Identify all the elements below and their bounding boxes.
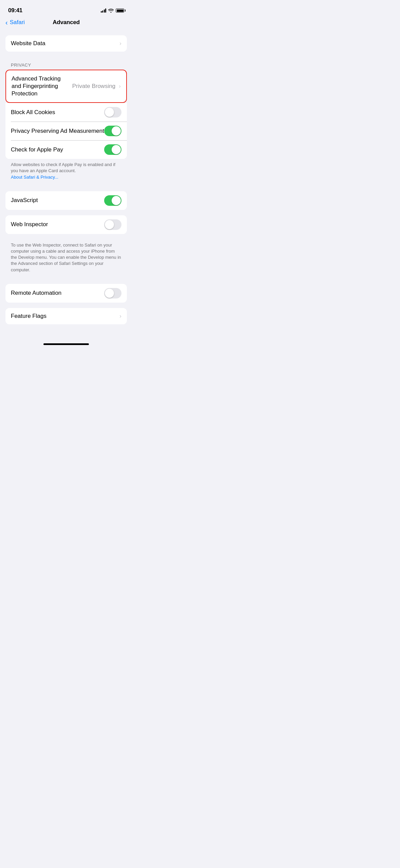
javascript-toggle[interactable] bbox=[104, 195, 121, 206]
tracking-protection-label: Advanced Tracking and Fingerprinting Pro… bbox=[12, 75, 70, 97]
back-chevron-icon: ‹ bbox=[5, 19, 8, 26]
wifi-icon bbox=[108, 8, 114, 13]
ad-measurement-item[interactable]: Privacy Preserving Ad Measurement bbox=[5, 122, 127, 140]
website-data-label: Website Data bbox=[11, 40, 119, 47]
web-inspector-item[interactable]: Web Inspector bbox=[5, 215, 127, 234]
status-icons bbox=[101, 8, 125, 13]
block-cookies-item[interactable]: Block All Cookies bbox=[5, 103, 127, 122]
apple-pay-label: Check for Apple Pay bbox=[11, 146, 104, 153]
home-bar bbox=[43, 343, 89, 345]
home-indicator bbox=[0, 341, 132, 346]
feature-flags-group: Feature Flags › bbox=[5, 308, 127, 324]
toggle-thumb bbox=[105, 289, 114, 298]
block-cookies-toggle[interactable] bbox=[104, 107, 121, 117]
back-label: Safari bbox=[10, 19, 25, 26]
tracking-chevron-icon: › bbox=[119, 83, 121, 90]
block-cookies-label: Block All Cookies bbox=[11, 109, 104, 116]
website-data-group: Website Data › bbox=[5, 35, 127, 52]
toggle-thumb bbox=[105, 108, 114, 117]
ad-measurement-label: Privacy Preserving Ad Measurement bbox=[11, 127, 104, 135]
tracking-protection-item[interactable]: Advanced Tracking and Fingerprinting Pro… bbox=[5, 70, 127, 103]
safari-privacy-link[interactable]: About Safari & Privacy... bbox=[11, 175, 58, 180]
status-time: 09:41 bbox=[8, 7, 22, 14]
privacy-group-wrapper: Advanced Tracking and Fingerprinting Pro… bbox=[5, 70, 127, 159]
apple-pay-toggle[interactable] bbox=[104, 144, 121, 155]
toggle-thumb bbox=[112, 196, 121, 205]
apple-pay-item[interactable]: Check for Apple Pay bbox=[5, 140, 127, 159]
chevron-right-icon: › bbox=[119, 40, 121, 47]
apple-pay-footer: Allow websites to check if Apple Pay is … bbox=[0, 159, 132, 186]
settings-content: Website Data › PRIVACY Advanced Tracking… bbox=[0, 35, 132, 341]
privacy-section-label: PRIVACY bbox=[0, 57, 132, 70]
web-inspector-group: Web Inspector bbox=[5, 215, 127, 234]
javascript-group: JavaScript bbox=[5, 191, 127, 210]
toggle-thumb bbox=[112, 126, 121, 135]
remote-automation-label: Remote Automation bbox=[11, 289, 104, 297]
page-title: Advanced bbox=[53, 19, 80, 26]
status-bar: 09:41 bbox=[0, 0, 132, 16]
back-button[interactable]: ‹ Safari bbox=[5, 19, 25, 26]
web-inspector-label: Web Inspector bbox=[11, 221, 104, 228]
feature-flags-item[interactable]: Feature Flags › bbox=[5, 308, 127, 324]
remote-automation-group: Remote Automation bbox=[5, 284, 127, 303]
tracking-protection-value: Private Browsing bbox=[72, 83, 116, 90]
feature-flags-chevron-icon: › bbox=[119, 313, 121, 320]
remote-automation-item[interactable]: Remote Automation bbox=[5, 284, 127, 303]
nav-bar: ‹ Safari Advanced bbox=[0, 16, 132, 30]
feature-flags-label: Feature Flags bbox=[11, 312, 119, 320]
web-inspector-footer: To use the Web Inspector, connect to Saf… bbox=[0, 239, 132, 278]
signal-icon bbox=[101, 8, 107, 13]
toggle-thumb bbox=[112, 145, 121, 154]
javascript-label: JavaScript bbox=[11, 197, 104, 204]
privacy-sub-items: Block All Cookies Privacy Preserving Ad … bbox=[5, 103, 127, 159]
battery-icon bbox=[116, 8, 124, 13]
ad-measurement-toggle[interactable] bbox=[104, 126, 121, 136]
web-inspector-toggle[interactable] bbox=[104, 219, 121, 230]
remote-automation-toggle[interactable] bbox=[104, 288, 121, 299]
toggle-thumb bbox=[105, 220, 114, 229]
website-data-item[interactable]: Website Data › bbox=[5, 35, 127, 52]
javascript-item[interactable]: JavaScript bbox=[5, 191, 127, 210]
